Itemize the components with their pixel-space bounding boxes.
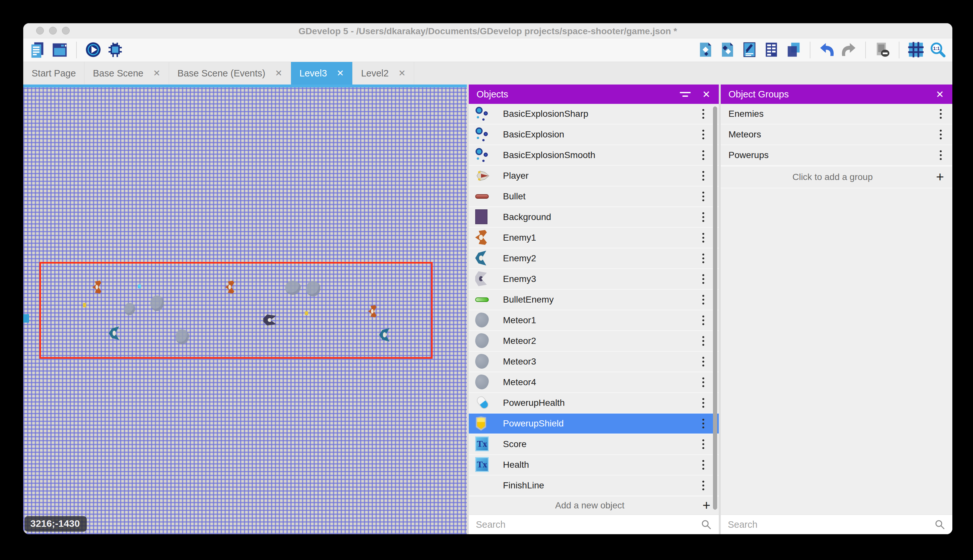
scene-editor-button[interactable] (50, 41, 69, 59)
object-menu-kebab-icon[interactable] (697, 478, 710, 493)
object-menu-kebab-icon[interactable] (697, 251, 710, 266)
tab-label: Level3 (299, 68, 327, 79)
object-menu-kebab-icon[interactable] (697, 292, 710, 307)
group-row-enemies[interactable]: Enemies (721, 104, 952, 125)
object-row-basicexplosionsmooth[interactable]: BasicExplosionSmooth (469, 145, 719, 166)
tab-base-scene[interactable]: Base Scene✕ (85, 62, 169, 85)
meteor-icon (475, 354, 490, 369)
debug-button[interactable] (106, 41, 125, 59)
objects-search-input[interactable] (476, 519, 701, 530)
object-row-meteor1[interactable]: Meteor1 (469, 310, 719, 331)
object-row-player[interactable]: Player (469, 166, 719, 187)
project-manager-button[interactable] (28, 41, 47, 59)
instance-dot-yellow[interactable] (83, 303, 86, 307)
toggle-instances-mask-button[interactable] (873, 41, 892, 59)
object-row-background[interactable]: Background (469, 207, 719, 228)
open-instances-list-button[interactable] (762, 41, 781, 59)
object-menu-kebab-icon[interactable] (697, 457, 710, 473)
tab-base-scene-events-[interactable]: Base Scene (Events)✕ (169, 62, 291, 85)
object-name: BulletEnemy (503, 295, 697, 305)
close-tab-icon[interactable]: ✕ (153, 68, 160, 78)
object-groups-list: EnemiesMeteorsPowerups (721, 104, 952, 166)
instance-edge-marker[interactable] (23, 314, 29, 323)
close-tab-icon[interactable]: ✕ (337, 68, 344, 78)
close-tab-icon[interactable]: ✕ (275, 68, 282, 78)
object-menu-kebab-icon[interactable] (697, 395, 710, 411)
play-preview-button[interactable] (84, 41, 103, 59)
redo-button[interactable] (840, 41, 858, 59)
object-row-health[interactable]: TxHealth (469, 455, 719, 475)
object-row-powerupshield[interactable]: PowerupShield (469, 413, 719, 434)
object-menu-kebab-icon[interactable] (697, 333, 710, 349)
object-menu-kebab-icon[interactable] (697, 271, 710, 287)
object-row-meteor4[interactable]: Meteor4 (469, 372, 719, 393)
group-row-powerups[interactable]: Powerups (721, 145, 952, 166)
zoom-original-button[interactable]: 1:1 (928, 41, 947, 59)
object-row-enemy3[interactable]: Enemy3 (469, 269, 719, 290)
health-pill-icon (475, 395, 490, 411)
group-menu-kebab-icon[interactable] (934, 147, 947, 163)
instance-dot-yellow[interactable] (305, 311, 308, 315)
open-object-groups-panel-button[interactable] (718, 41, 737, 59)
object-menu-kebab-icon[interactable] (697, 127, 710, 142)
group-row-meteors[interactable]: Meteors (721, 125, 952, 145)
text-object-icon: Tx (475, 457, 490, 473)
close-tab-icon[interactable]: ✕ (398, 68, 406, 78)
tab-label: Level2 (361, 68, 388, 79)
scene-canvas[interactable]: 3216;-1430 (23, 85, 467, 534)
gdevelop-window: GDevelop 5 - /Users/dkarakay/Documents/G… (23, 23, 952, 534)
close-object-groups-panel-icon[interactable]: ✕ (936, 89, 944, 100)
open-objects-panel-button[interactable] (696, 41, 715, 59)
group-menu-kebab-icon[interactable] (934, 127, 947, 142)
object-row-bullet[interactable]: Bullet (469, 187, 719, 207)
object-row-basicexplosion[interactable]: BasicExplosion (469, 125, 719, 145)
object-menu-kebab-icon[interactable] (697, 354, 710, 369)
object-menu-kebab-icon[interactable] (697, 168, 710, 183)
properties-pencil-icon (741, 41, 758, 59)
object-row-score[interactable]: TxScore (469, 434, 719, 455)
toggle-grid-button[interactable] (906, 41, 925, 59)
object-row-meteor3[interactable]: Meteor3 (469, 352, 719, 372)
ship-gray-icon (475, 271, 490, 287)
object-row-poweruphealth[interactable]: PowerupHealth (469, 393, 719, 413)
tab-start-page[interactable]: Start Page (23, 62, 85, 85)
object-menu-kebab-icon[interactable] (697, 106, 710, 122)
object-menu-kebab-icon[interactable] (697, 313, 710, 328)
add-object-row[interactable]: Add a new object + (469, 496, 719, 515)
object-row-enemy2[interactable]: Enemy2 (469, 248, 719, 269)
group-menu-kebab-icon[interactable] (934, 106, 947, 122)
object-row-meteor2[interactable]: Meteor2 (469, 331, 719, 352)
svg-text:1:1: 1:1 (933, 46, 940, 51)
add-group-row[interactable]: Click to add a group + (721, 166, 952, 188)
object-menu-kebab-icon[interactable] (697, 230, 710, 245)
object-row-finishline[interactable]: FinishLine (469, 475, 719, 496)
open-layers-panel-button[interactable] (784, 41, 803, 59)
filter-icon[interactable] (680, 92, 691, 97)
ship-blue-icon (475, 251, 490, 266)
object-menu-kebab-icon[interactable] (697, 375, 710, 390)
object-row-enemy1[interactable]: Enemy1 (469, 228, 719, 248)
object-name: Enemy2 (503, 253, 697, 263)
object-row-bulletenemy[interactable]: BulletEnemy (469, 290, 719, 310)
object-menu-kebab-icon[interactable] (697, 437, 710, 452)
object-menu-kebab-icon[interactable] (697, 147, 710, 163)
objects-scrollbar-thumb[interactable] (713, 107, 717, 510)
open-properties-panel-button[interactable] (740, 41, 759, 59)
close-objects-panel-icon[interactable]: ✕ (702, 89, 710, 100)
frame-minus-icon (874, 41, 891, 59)
toolbar-left-group (28, 41, 125, 59)
undo-button[interactable] (818, 41, 836, 59)
tab-level3[interactable]: Level3✕ (291, 62, 353, 85)
object-menu-kebab-icon[interactable] (697, 416, 710, 431)
tab-label: Base Scene (Events) (177, 68, 265, 79)
object-menu-kebab-icon[interactable] (697, 209, 710, 225)
groups-search-input[interactable] (728, 519, 934, 530)
meteor-icon (475, 313, 490, 328)
object-menu-kebab-icon[interactable] (697, 189, 710, 204)
instance-dot-cyan[interactable] (138, 285, 141, 288)
tab-level2[interactable]: Level2✕ (353, 62, 414, 85)
main-toolbar: 1:1 (23, 38, 952, 62)
objects-panel-header: Objects ✕ (469, 85, 719, 104)
bullet-green-icon (475, 292, 490, 307)
object-row-basicexplosionsharp[interactable]: BasicExplosionSharp (469, 104, 719, 125)
